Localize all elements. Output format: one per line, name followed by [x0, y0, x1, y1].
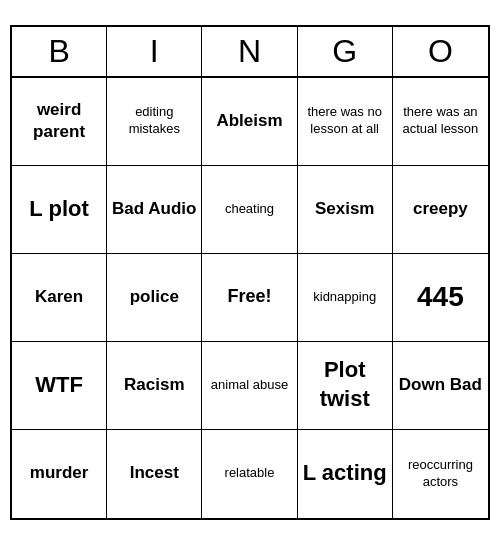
- bingo-cell-24: reoccurring actors: [393, 430, 488, 518]
- bingo-cell-14: 445: [393, 254, 488, 342]
- bingo-cell-8: Sexism: [298, 166, 393, 254]
- bingo-cell-7: cheating: [202, 166, 297, 254]
- bingo-cell-5: L plot: [12, 166, 107, 254]
- header-letter-G: G: [298, 27, 393, 76]
- bingo-cell-20: murder: [12, 430, 107, 518]
- bingo-cell-19: Down Bad: [393, 342, 488, 430]
- bingo-cell-4: there was an actual lesson: [393, 78, 488, 166]
- bingo-card: BINGO weird parentediting mistakesAbleis…: [10, 25, 490, 520]
- header-letter-B: B: [12, 27, 107, 76]
- bingo-cell-0: weird parent: [12, 78, 107, 166]
- bingo-cell-15: WTF: [12, 342, 107, 430]
- bingo-cell-6: Bad Audio: [107, 166, 202, 254]
- bingo-cell-1: editing mistakes: [107, 78, 202, 166]
- bingo-cell-16: Racism: [107, 342, 202, 430]
- bingo-cell-13: kidnapping: [298, 254, 393, 342]
- bingo-cell-2: Ableism: [202, 78, 297, 166]
- bingo-cell-22: relatable: [202, 430, 297, 518]
- bingo-cell-11: police: [107, 254, 202, 342]
- header-letter-I: I: [107, 27, 202, 76]
- bingo-header: BINGO: [12, 27, 488, 78]
- bingo-cell-17: animal abuse: [202, 342, 297, 430]
- bingo-cell-23: L acting: [298, 430, 393, 518]
- bingo-cell-9: creepy: [393, 166, 488, 254]
- bingo-cell-3: there was no lesson at all: [298, 78, 393, 166]
- bingo-cell-10: Karen: [12, 254, 107, 342]
- bingo-cell-12: Free!: [202, 254, 297, 342]
- header-letter-N: N: [202, 27, 297, 76]
- bingo-grid: weird parentediting mistakesAbleismthere…: [12, 78, 488, 518]
- bingo-cell-21: Incest: [107, 430, 202, 518]
- header-letter-O: O: [393, 27, 488, 76]
- bingo-cell-18: Plot twist: [298, 342, 393, 430]
